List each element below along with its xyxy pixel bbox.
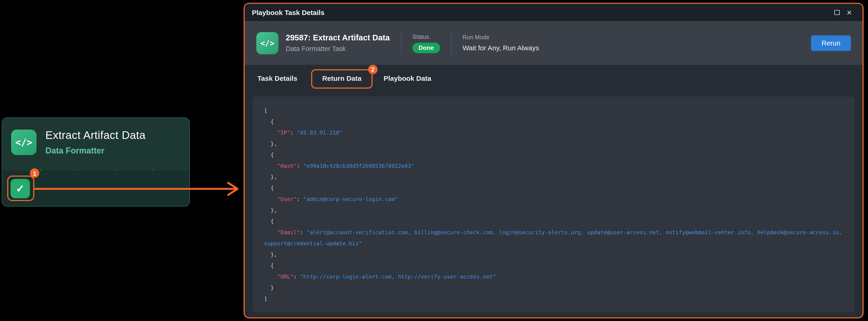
- task-code-icon: </>: [256, 32, 278, 54]
- task-title: 29587: Extract Artifact Data: [285, 33, 390, 42]
- task-subtitle: Data Formatter Task: [285, 45, 390, 53]
- status-label: Status: [412, 33, 440, 40]
- modal-title: Playbook Task Details: [252, 8, 324, 17]
- code-icon-glyph: </>: [260, 38, 275, 47]
- task-summary-band: </> 29587: Extract Artifact Data Data Fo…: [245, 21, 863, 65]
- modal-content: [ { "IP": "45.83.91.210" }, { "Hash": "e…: [245, 92, 863, 319]
- maximize-button[interactable]: [831, 6, 843, 19]
- vertical-divider: [401, 31, 401, 55]
- code-icon-glyph: </>: [15, 137, 32, 148]
- run-mode-block: Run Mode Wait for Any, Run Always: [463, 34, 539, 52]
- close-button[interactable]: ✕: [843, 6, 855, 19]
- status-block: Status Done: [412, 33, 440, 53]
- annotation-badge-step1: 1: [30, 169, 39, 178]
- annotation-badge-step2: 2: [368, 65, 378, 74]
- run-mode-value: Wait for Any, Run Always: [463, 44, 539, 52]
- json-code: [ { "IP": "45.83.91.210" }, { "Hash": "e…: [264, 105, 843, 304]
- node-subtitle: Data Formatter: [45, 146, 146, 155]
- checkmark-icon: ✓: [16, 182, 25, 195]
- code-icon: </>: [11, 129, 36, 155]
- node-head: </> Extract Artifact Data Data Formatter: [2, 118, 189, 155]
- annotation-arrow: [32, 180, 244, 198]
- tab-task-details[interactable]: Task Details: [257, 75, 297, 82]
- tab-return-data-label: Return Data: [322, 75, 362, 82]
- node-title: Extract Artifact Data: [45, 129, 146, 142]
- status-badge: Done: [412, 42, 440, 53]
- return-data-panel: [ { "IP": "45.83.91.210" }, { "Hash": "e…: [252, 96, 855, 313]
- node-success-status-button[interactable]: ✓: [10, 179, 30, 198]
- screen: </> Extract Artifact Data Data Formatter…: [0, 0, 868, 321]
- tab-bar: Task Details Return Data 2 Playbook Data: [245, 65, 863, 92]
- vertical-divider: [451, 31, 452, 55]
- run-mode-label: Run Mode: [463, 34, 539, 40]
- tab-playbook-data[interactable]: Playbook Data: [383, 75, 431, 82]
- stage: </> Extract Artifact Data Data Formatter…: [0, 0, 868, 321]
- tab-return-data[interactable]: Return Data 2: [322, 75, 362, 82]
- maximize-icon: [834, 10, 840, 15]
- node-text: Extract Artifact Data Data Formatter: [45, 129, 146, 155]
- modal-header: Playbook Task Details ✕: [245, 4, 863, 21]
- close-icon: ✕: [846, 9, 852, 16]
- task-heading: 29587: Extract Artifact Data Data Format…: [285, 33, 390, 53]
- rerun-button[interactable]: Rerun: [811, 35, 851, 51]
- playbook-task-details-modal: Playbook Task Details ✕ </> 29587: Extra…: [244, 3, 864, 318]
